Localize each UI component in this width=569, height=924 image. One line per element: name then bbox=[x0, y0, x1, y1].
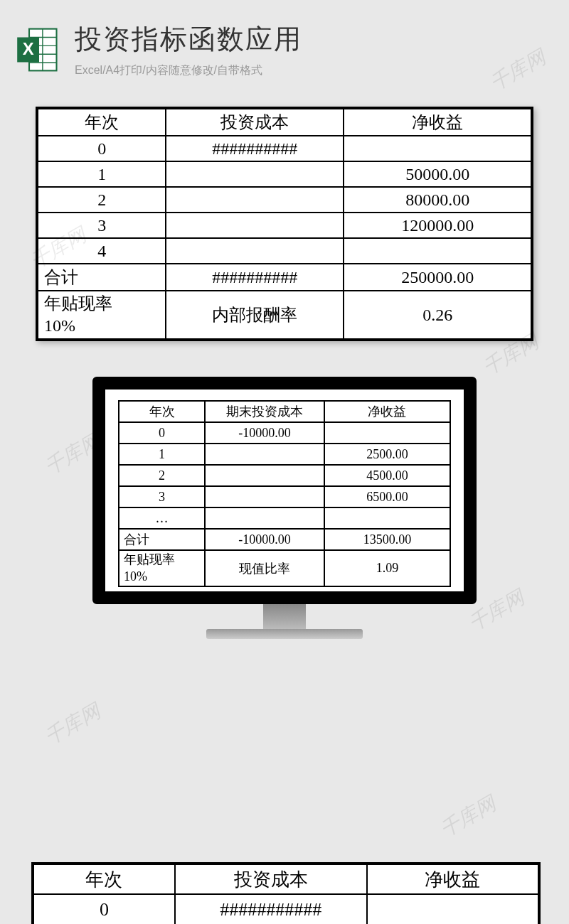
total-label: 合计 bbox=[38, 264, 166, 291]
col-header-cost: 期末投资成本 bbox=[205, 401, 324, 422]
table-header-row: 年次 投资成本 净收益 bbox=[38, 109, 531, 136]
table-row: 1 2500.00 bbox=[119, 444, 450, 465]
cell-cost bbox=[205, 486, 324, 507]
cell-income bbox=[344, 136, 531, 161]
table-row: 0 ########### bbox=[33, 894, 538, 924]
table-rate-row: 年贴现率 10% 内部报酬率 0.26 bbox=[38, 291, 531, 339]
cell-income: 6500.00 bbox=[324, 486, 450, 507]
cell-cost: -10000.00 bbox=[205, 422, 324, 444]
total-label: 合计 bbox=[119, 529, 205, 550]
rate-mid-label: 现值比率 bbox=[205, 550, 324, 586]
cell-year: 0 bbox=[38, 136, 166, 161]
cell-year: 4 bbox=[38, 238, 166, 264]
cell-income: 2500.00 bbox=[324, 444, 450, 465]
table-row: … bbox=[119, 507, 450, 529]
col-header-year: 年次 bbox=[38, 109, 166, 136]
cell-cost: ########### bbox=[175, 894, 367, 924]
watermark: 千库网 bbox=[40, 698, 105, 751]
col-header-income: 净收益 bbox=[367, 864, 538, 894]
monitor-screen: 年次 期末投资成本 净收益 0 -10000.00 1 2500.00 2 bbox=[92, 377, 477, 604]
table-header-row: 年次 期末投资成本 净收益 bbox=[119, 401, 450, 422]
col-header-income: 净收益 bbox=[344, 109, 531, 136]
cell-year: 1 bbox=[38, 161, 166, 187]
cell-year: 2 bbox=[119, 465, 205, 486]
cell-income bbox=[367, 894, 538, 924]
page-title: 投资指标函数应用 bbox=[75, 21, 555, 58]
table-header-row: 年次 投资成本 净收益 bbox=[33, 864, 538, 894]
col-header-cost: 投资成本 bbox=[175, 864, 367, 894]
table2: 年次 期末投资成本 净收益 0 -10000.00 1 2500.00 2 bbox=[118, 400, 451, 587]
table3-preview: 年次 投资成本 净收益 0 ########### bbox=[31, 862, 541, 924]
cell-income bbox=[324, 507, 450, 529]
total-cost: -10000.00 bbox=[205, 529, 324, 550]
cell-year: 3 bbox=[119, 486, 205, 507]
col-header-year: 年次 bbox=[119, 401, 205, 422]
cell-cost bbox=[166, 238, 344, 264]
cell-income: 50000.00 bbox=[344, 161, 531, 187]
col-header-cost: 投资成本 bbox=[166, 109, 344, 136]
cell-cost: ########## bbox=[166, 136, 344, 161]
rate-value: 1.09 bbox=[324, 550, 450, 586]
table-total-row: 合计 ########## 250000.00 bbox=[38, 264, 531, 291]
cell-year: 0 bbox=[119, 422, 205, 444]
table-row: 0 -10000.00 bbox=[119, 422, 450, 444]
table1: 年次 投资成本 净收益 0 ########## 1 50000.00 2 80… bbox=[37, 108, 532, 340]
watermark: 千库网 bbox=[435, 790, 501, 844]
cell-income bbox=[344, 238, 531, 264]
table-row: 1 50000.00 bbox=[38, 161, 531, 187]
cell-income: 4500.00 bbox=[324, 465, 450, 486]
table-row: 2 4500.00 bbox=[119, 465, 450, 486]
total-cost: ########## bbox=[166, 264, 344, 291]
cell-cost bbox=[166, 161, 344, 187]
cell-year: 0 bbox=[33, 894, 175, 924]
rate-label: 年贴现率 10% bbox=[38, 291, 166, 339]
cell-year: 1 bbox=[119, 444, 205, 465]
col-header-year: 年次 bbox=[33, 864, 175, 894]
rate-label-line2: 10% bbox=[44, 316, 75, 335]
svg-text:X: X bbox=[23, 39, 34, 58]
rate-label-line2: 10% bbox=[124, 569, 147, 584]
rate-label: 年贴现率 10% bbox=[119, 550, 205, 586]
page-subtitle: Excel/A4打印/内容随意修改/自带格式 bbox=[75, 63, 555, 78]
rate-label-line1: 年贴现率 bbox=[44, 294, 112, 313]
table-row: 0 ########## bbox=[38, 136, 531, 161]
table-rate-row: 年贴现率 10% 现值比率 1.09 bbox=[119, 550, 450, 586]
cell-income bbox=[324, 422, 450, 444]
table1-preview: 年次 投资成本 净收益 0 ########## 1 50000.00 2 80… bbox=[36, 107, 533, 341]
rate-value: 0.26 bbox=[344, 291, 531, 339]
cell-year: 2 bbox=[38, 187, 166, 213]
cell-cost bbox=[205, 465, 324, 486]
table-row: 4 bbox=[38, 238, 531, 264]
cell-income: 80000.00 bbox=[344, 187, 531, 213]
cell-cost bbox=[166, 213, 344, 238]
header: X 投资指标函数应用 Excel/A4打印/内容随意修改/自带格式 bbox=[0, 0, 569, 85]
table-row: 2 80000.00 bbox=[38, 187, 531, 213]
total-income: 250000.00 bbox=[344, 264, 531, 291]
table-row: 3 6500.00 bbox=[119, 486, 450, 507]
monitor-neck bbox=[263, 604, 306, 629]
rate-mid-label: 内部报酬率 bbox=[166, 291, 344, 339]
monitor-base bbox=[206, 629, 363, 639]
table3: 年次 投资成本 净收益 0 ########### bbox=[33, 864, 539, 924]
table-row: 3 120000.00 bbox=[38, 213, 531, 238]
col-header-income: 净收益 bbox=[324, 401, 450, 422]
cell-cost bbox=[205, 507, 324, 529]
table-total-row: 合计 -10000.00 13500.00 bbox=[119, 529, 450, 550]
rate-label-line1: 年贴现率 bbox=[124, 552, 175, 566]
cell-income: 120000.00 bbox=[344, 213, 531, 238]
monitor-mockup: 年次 期末投资成本 净收益 0 -10000.00 1 2500.00 2 bbox=[0, 377, 569, 639]
cell-cost bbox=[166, 187, 344, 213]
cell-cost bbox=[205, 444, 324, 465]
total-income: 13500.00 bbox=[324, 529, 450, 550]
cell-year: … bbox=[119, 507, 205, 529]
cell-year: 3 bbox=[38, 213, 166, 238]
excel-icon: X bbox=[14, 25, 64, 75]
